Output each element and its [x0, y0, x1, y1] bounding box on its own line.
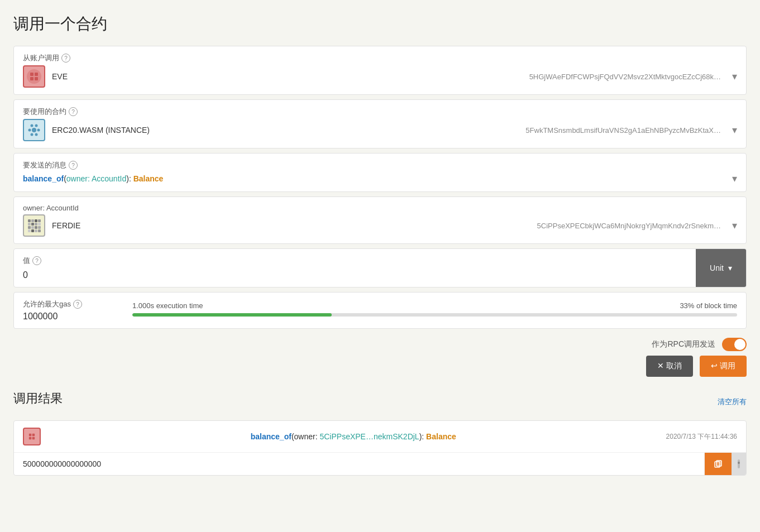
message-return-type: Balance: [133, 174, 164, 183]
contract-info: ERC20.WASM (INSTANCE): [52, 126, 519, 135]
results-section: 调用结果 清空所有 balance_of(owner: 5CiPPseXPE…n…: [13, 390, 747, 476]
rpc-row: 作为RPC调用发送: [13, 338, 747, 351]
value-section: 值 ? Unit ▾: [13, 248, 747, 287]
result-avatar: [23, 428, 41, 445]
svg-rect-27: [38, 229, 41, 232]
contract-label: 要使用的合约 ?: [23, 107, 737, 117]
svg-point-9: [35, 124, 38, 127]
gas-progress-bar: [132, 313, 737, 317]
result-scroll-button[interactable]: [732, 453, 746, 475]
svg-rect-16: [28, 223, 31, 226]
svg-rect-31: [32, 437, 35, 439]
contract-avatar: [23, 119, 45, 141]
svg-rect-20: [28, 226, 31, 229]
svg-rect-17: [31, 223, 34, 226]
owner-param-dropdown[interactable]: ▾: [732, 219, 737, 232]
result-timestamp: 2020/7/13 下午11:44:36: [666, 432, 737, 442]
svg-rect-28: [29, 434, 31, 436]
results-header: 调用结果 清空所有: [13, 390, 747, 414]
svg-rect-19: [38, 223, 41, 226]
result-value-row: 500000000000000000: [14, 453, 746, 475]
svg-rect-4: [35, 77, 38, 80]
value-input[interactable]: [23, 270, 687, 280]
results-title: 调用结果: [13, 390, 63, 407]
gas-help-icon[interactable]: ?: [73, 300, 82, 309]
ferdie-account-address: 5CiPPseXPECbkjWCa6MnjNokrgYjMqmKndv2rSne…: [537, 222, 721, 230]
svg-rect-25: [31, 229, 34, 232]
result-value: 500000000000000000: [14, 453, 705, 475]
svg-rect-21: [31, 226, 34, 229]
svg-point-10: [31, 133, 34, 136]
svg-rect-14: [35, 219, 37, 222]
gas-value: 1000000: [23, 311, 123, 322]
svg-rect-24: [28, 229, 31, 232]
contract-card: 要使用的合约 ? ERC20.WASM (INSTANCE) 5FwkTMSns…: [13, 99, 747, 148]
rpc-label: 作为RPC调用发送: [652, 339, 715, 349]
value-help-icon[interactable]: ?: [32, 256, 41, 265]
message-dropdown[interactable]: ▾: [732, 172, 737, 185]
message-help-icon[interactable]: ?: [69, 161, 78, 170]
svg-point-7: [37, 129, 40, 132]
from-account-help-icon[interactable]: ?: [61, 54, 70, 63]
unit-button[interactable]: Unit ▾: [696, 249, 746, 287]
page-title: 调用一个合约: [13, 13, 747, 35]
svg-rect-33: [716, 461, 721, 466]
message-card: 要发送的消息 ? balance_of(owner: AccountId): B…: [13, 153, 747, 192]
result-header: balance_of(owner: 5CiPPseXPE…nekmSK2DjL)…: [14, 421, 746, 453]
owner-param-card: owner: AccountId: [13, 196, 747, 244]
svg-rect-18: [35, 223, 37, 226]
eve-account-address: 5HGjWAeFDfFCWPsjFQdVV2Msvz2XtMktvgocEZcC…: [529, 73, 721, 81]
cancel-button[interactable]: ✕ 取消: [646, 356, 693, 377]
message-param: owner: AccountId: [66, 174, 126, 183]
svg-rect-29: [32, 434, 35, 436]
execution-time: 1.000s execution time: [132, 301, 203, 310]
svg-point-6: [28, 129, 31, 132]
contract-address: 5FwkTMSnsmbdLmsifUraVNS2gA1aEhNBPyzcMvBz…: [525, 126, 721, 135]
result-fn-name: balance_of: [251, 432, 291, 441]
eve-account-info: EVE: [52, 72, 523, 81]
invoke-button[interactable]: ↩ 调用: [700, 356, 747, 377]
from-account-label: 从账户调用 ?: [23, 53, 737, 63]
message-fn-name: balance_of: [23, 174, 64, 183]
svg-rect-15: [38, 219, 41, 222]
result-param-name: 5CiPPseXPE…nekmSK2DjL: [319, 432, 419, 441]
gas-left: 允许的最大gas ? 1000000: [23, 299, 123, 322]
svg-rect-23: [38, 226, 41, 229]
contract-dropdown[interactable]: ▾: [732, 124, 737, 136]
eve-account-name: EVE: [52, 72, 523, 81]
message-value: balance_of(owner: AccountId): Balance: [23, 174, 163, 183]
svg-rect-2: [35, 73, 38, 76]
result-item: balance_of(owner: 5CiPPseXPE…nekmSK2DjL)…: [13, 420, 747, 476]
value-label: 值 ?: [23, 256, 687, 266]
contract-help-icon[interactable]: ?: [69, 107, 78, 116]
ferdie-avatar: [23, 214, 45, 237]
from-account-dropdown[interactable]: ▾: [732, 70, 737, 83]
result-copy-button[interactable]: [705, 453, 732, 475]
svg-rect-13: [31, 219, 34, 222]
toggle-knob: [734, 339, 745, 350]
svg-point-11: [35, 133, 38, 136]
gas-progress-fill: [132, 313, 332, 317]
gas-section: 允许的最大gas ? 1000000 1.000s execution time…: [13, 292, 747, 329]
svg-point-8: [31, 124, 34, 127]
ferdie-account-name: FERDIE: [52, 221, 530, 230]
svg-rect-12: [28, 219, 31, 222]
result-fn: balance_of(owner: 5CiPPseXPE…nekmSK2DjL)…: [47, 432, 659, 441]
svg-rect-1: [30, 73, 34, 76]
gas-label: 允许的最大gas ?: [23, 299, 123, 309]
gas-right: 1.000s execution time 33% of block time: [132, 299, 737, 317]
ferdie-account-info: FERDIE: [52, 221, 530, 230]
eve-avatar: [23, 65, 45, 88]
svg-point-5: [32, 128, 36, 132]
block-time: 33% of block time: [680, 301, 737, 310]
svg-rect-30: [29, 437, 31, 439]
message-label: 要发送的消息 ?: [23, 160, 737, 170]
svg-rect-22: [35, 226, 37, 229]
from-account-card: 从账户调用 ? EVE 5HGjWAeFDfFCWPsjFQdVV2Msvz2X…: [13, 46, 747, 95]
rpc-toggle[interactable]: [722, 338, 747, 351]
clear-all-button[interactable]: 清空所有: [718, 397, 747, 407]
value-left: 值 ?: [14, 249, 696, 287]
contract-name: ERC20.WASM (INSTANCE): [52, 126, 519, 135]
svg-rect-26: [35, 229, 37, 232]
svg-point-0: [27, 69, 41, 84]
